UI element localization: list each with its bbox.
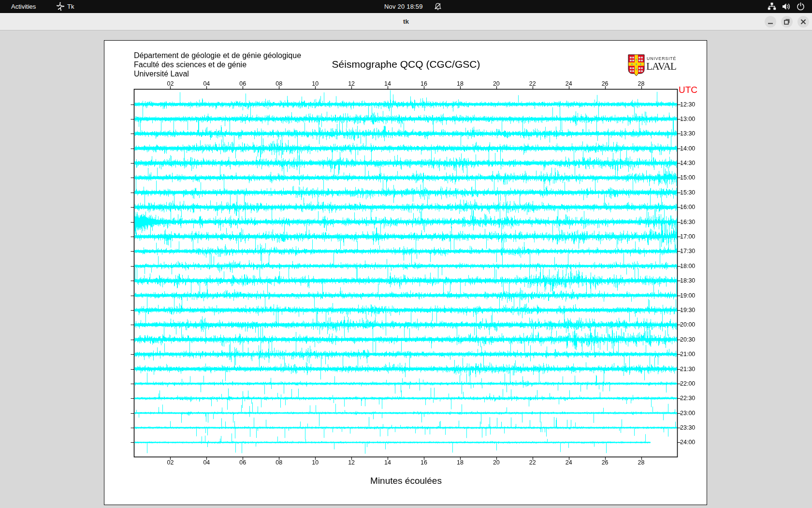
svg-text:LAVAL: LAVAL [646, 60, 677, 72]
